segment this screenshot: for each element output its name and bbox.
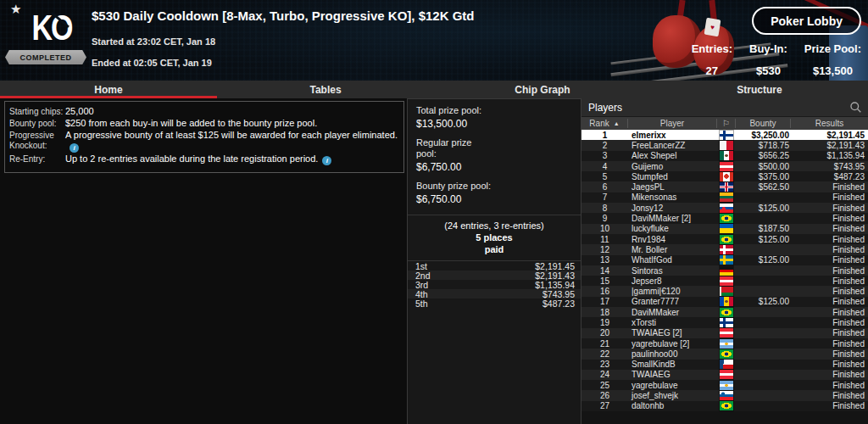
table-row[interactable]: 23SmallKindBFinished — [581, 360, 868, 370]
search-icon[interactable] — [849, 101, 868, 114]
table-row[interactable]: 2FreeLancerZZ$718.75$2,191.43 — [581, 140, 868, 150]
favorite-star-icon[interactable]: ★ — [10, 2, 21, 17]
player-flag-cell — [717, 151, 736, 160]
table-row[interactable]: 15Jepser8Finished — [581, 276, 868, 286]
flag-by-icon — [720, 287, 733, 296]
table-row[interactable]: 6JaegsPL$562.50Finished — [581, 181, 868, 192]
table-row[interactable]: 26josef_shvejkFinished — [581, 390, 868, 400]
prize-pool-label: Bounty prize pool: — [416, 181, 492, 192]
table-row[interactable]: 9DaviMMaker [2]Finished — [581, 213, 868, 223]
started-time: Started at 23:02 CET, Jan 18 — [92, 36, 215, 47]
flag-fi-icon — [720, 131, 733, 140]
table-row[interactable]: 7MikensonasFinished — [581, 192, 868, 203]
player-result: Finished — [791, 235, 868, 244]
tab-structure[interactable]: Structure — [651, 81, 868, 98]
table-row[interactable]: 27daltonhbFinished — [581, 401, 868, 411]
player-name: Rnv1984 — [628, 235, 717, 244]
info-row-text: $250 from each buy-in will be added to t… — [65, 118, 317, 129]
header-stat-value: 27 — [692, 64, 732, 77]
player-result: Finished — [791, 360, 868, 369]
flag-cz-icon — [720, 360, 733, 369]
column-header-player[interactable]: Player — [628, 119, 717, 128]
info-icon[interactable]: i — [322, 156, 331, 165]
table-row[interactable]: 21yagrebulave [2]Finished — [581, 338, 868, 349]
player-name: FreeLancerZZ — [628, 141, 717, 150]
column-header-results[interactable]: Results — [791, 119, 868, 128]
player-result: Finished — [791, 266, 868, 276]
header-stat-label: Entries: — [692, 42, 732, 55]
player-bounty: $125.00 — [736, 255, 791, 265]
info-row: Progressive Knockout:A progressive bount… — [9, 130, 398, 153]
player-flag-cell — [717, 131, 736, 140]
info-row-label: Re-Entry: — [9, 153, 65, 165]
player-name: daltonhb — [628, 401, 717, 410]
flag-lt-icon — [720, 192, 733, 202]
table-row[interactable]: 25yagrebulaveFinished — [581, 380, 868, 390]
player-result: Finished — [791, 276, 868, 286]
tab-tables[interactable]: Tables — [217, 81, 434, 98]
player-bounty: $562.50 — [736, 182, 791, 192]
status-badge: COMPLETED — [5, 50, 86, 64]
table-row[interactable]: 10luckyfluke$187.50Finished — [581, 224, 868, 234]
table-row[interactable]: 11Rnv1984$125.00Finished — [581, 234, 868, 244]
table-row[interactable]: 12Mr. BollerFinished — [581, 244, 868, 254]
table-row[interactable]: 8Jonsy12$125.00Finished — [581, 203, 868, 213]
player-result: $2,191.45 — [791, 131, 868, 140]
tab-chip-graph[interactable]: Chip Graph — [434, 81, 651, 98]
table-row[interactable]: 16|gammi|€120Finished — [581, 286, 868, 296]
player-flag-cell — [717, 391, 736, 400]
tab-home[interactable]: Home — [0, 81, 217, 98]
player-flag-cell — [717, 224, 736, 233]
player-name: Sintoras — [628, 266, 717, 276]
glove-strap — [709, 0, 717, 27]
player-result: Finished — [791, 308, 868, 317]
player-result: Finished — [791, 318, 868, 327]
payout-row: 3rd$1,135.94 — [408, 280, 581, 289]
player-name: DaviMMaker [2] — [628, 214, 717, 223]
table-row[interactable]: 18DaviMMakerFinished — [581, 307, 868, 317]
player-flag-cell — [717, 297, 736, 306]
prize-pool-block: Bounty prize pool:$6,750.00 — [416, 181, 572, 205]
player-flag-cell — [717, 162, 736, 171]
player-rank: 19 — [581, 318, 628, 327]
entries-summary: (24 entries, 3 re-entries) 5 places paid — [408, 215, 581, 260]
header-stat: Buy-In:$530 — [749, 42, 787, 77]
player-flag-cell — [717, 370, 736, 379]
table-row[interactable]: 5Stumpfed$375.00$487.23 — [581, 171, 868, 181]
player-rank: 17 — [581, 297, 628, 306]
info-icon[interactable]: i — [70, 143, 79, 153]
player-result: $2,191.43 — [791, 141, 868, 150]
table-row[interactable]: 4Guijemo$500.00$743.95 — [581, 161, 868, 171]
player-name: elmerixx — [628, 131, 717, 140]
flag-at-icon — [720, 162, 733, 171]
column-header-flag-icon[interactable]: ⚐ — [717, 119, 736, 128]
player-result: Finished — [791, 245, 868, 254]
table-row[interactable]: 3Alex Shepel$656.25$1,135.94 — [581, 151, 868, 161]
tournament-header: ★ KO COMPLETED $530 Daily Cooldown [8-Ma… — [0, 0, 868, 81]
column-header-bounty[interactable]: Bounty — [736, 119, 791, 128]
table-row[interactable]: 20TWAIAEG [2]Finished — [581, 328, 868, 338]
flag-mt-icon — [720, 141, 733, 150]
player-name: Mikensonas — [628, 192, 717, 202]
table-row[interactable]: 22paulinhoo00Finished — [581, 349, 868, 359]
player-result: Finished — [791, 192, 868, 202]
poker-lobby-button[interactable]: Poker Lobby — [752, 7, 861, 35]
prize-pool-label: Regular prize pool: — [416, 137, 492, 159]
flag-at-icon — [720, 328, 733, 338]
player-flag-cell — [717, 360, 736, 369]
flag-dk-icon — [720, 245, 733, 254]
table-row[interactable]: 1elmerixx$3,250.00$2,191.45 — [581, 130, 868, 140]
players-panel-title: Players — [581, 102, 622, 114]
table-row[interactable]: 24TWAIAEGFinished — [581, 370, 868, 380]
players-table-body: 1elmerixx$3,250.00$2,191.452FreeLancerZZ… — [581, 130, 868, 424]
flag-br-icon — [720, 235, 733, 244]
table-row[interactable]: 17Granter7777$125.00Finished — [581, 297, 868, 307]
tournament-title: $530 Daily Cooldown [8-Max, Turbo, Progr… — [92, 8, 475, 23]
table-row[interactable]: 13WhatIfGod$125.00Finished — [581, 255, 868, 265]
table-row[interactable]: 19xTorstiFinished — [581, 317, 868, 327]
player-result: Finished — [791, 328, 868, 338]
player-rank: 23 — [581, 360, 628, 369]
column-header-rank[interactable]: Rank▲ — [581, 119, 628, 128]
table-row[interactable]: 14SintorasFinished — [581, 265, 868, 276]
payout-amount: $487.23 — [542, 298, 581, 309]
